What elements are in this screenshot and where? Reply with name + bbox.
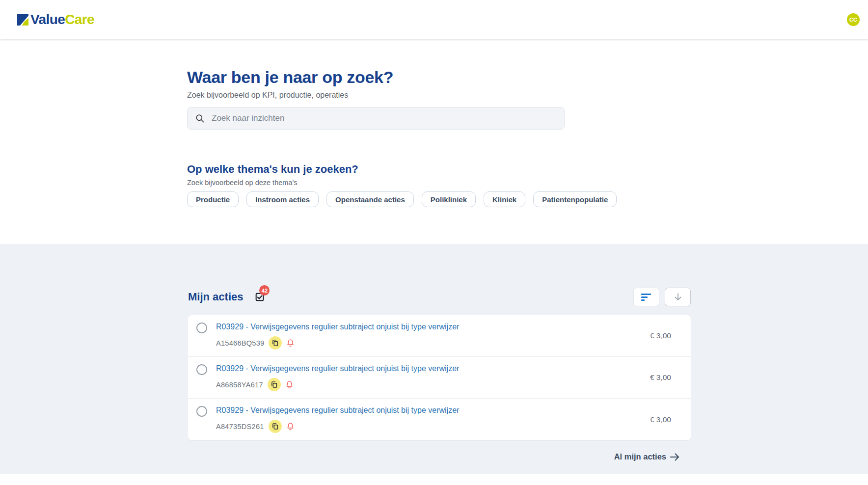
chip-kliniek[interactable]: Kliniek (484, 191, 525, 207)
action-code: A84735DS261 (216, 423, 264, 431)
action-select-circle[interactable] (196, 323, 207, 333)
chip-openstaande-acties[interactable]: Openstaande acties (326, 191, 414, 207)
logo-text: ValueCare (30, 13, 94, 27)
reminder-bell-button[interactable] (286, 422, 295, 431)
action-title-link[interactable]: R03929 - Verwijsgegevens regulier subtra… (216, 322, 650, 332)
action-amount: € 3,00 (650, 373, 671, 382)
download-button[interactable] (665, 288, 691, 306)
actions-list-card: R03929 - Verwijsgegevens regulier subtra… (188, 315, 691, 440)
copy-icon (271, 423, 279, 430)
chip-instroom-acties[interactable]: Instroom acties (246, 191, 319, 207)
all-actions-link[interactable]: Al mijn acties (188, 452, 691, 461)
action-select-circle[interactable] (196, 364, 207, 375)
my-actions-title: Mijn acties (188, 291, 243, 303)
bottom-strip (0, 474, 868, 485)
copy-button[interactable] (268, 378, 281, 391)
chip-productie[interactable]: Productie (187, 191, 239, 207)
bell-icon (286, 422, 295, 431)
arrow-right-icon (670, 453, 679, 461)
search-icon (195, 113, 205, 123)
copy-button[interactable] (269, 420, 282, 433)
sort-button[interactable] (633, 288, 659, 306)
action-row-2[interactable]: R03929 - Verwijsgegevens regulier subtra… (188, 357, 691, 399)
chip-polikliniek[interactable]: Polikliniek (422, 191, 476, 207)
action-title-link[interactable]: R03929 - Verwijsgegevens regulier subtra… (216, 364, 650, 374)
download-arrow-icon (673, 292, 683, 302)
page-subtitle: Zoek bijvoorbeeld op KPI, productie, ope… (187, 91, 565, 100)
search-section: Waar ben je naar op zoek? Zoek bijvoorbe… (0, 39, 868, 244)
action-amount: € 3,00 (650, 331, 671, 340)
chip-patientenpopulatie[interactable]: Patientenpopulatie (533, 191, 617, 207)
reminder-bell-button[interactable] (286, 339, 295, 347)
valuecare-logo[interactable]: ValueCare (17, 13, 94, 27)
action-amount: € 3,00 (650, 415, 671, 424)
top-bar: ValueCare CC (0, 0, 868, 39)
search-input[interactable] (211, 113, 557, 124)
action-row-3[interactable]: R03929 - Verwijsgegevens regulier subtra… (188, 399, 691, 440)
theme-chips: Productie Instroom acties Openstaande ac… (187, 191, 565, 207)
action-code: A15466BQ539 (216, 339, 264, 347)
my-actions-section: Mijn acties 42 (0, 244, 868, 474)
all-actions-label: Al mijn acties (614, 452, 666, 461)
themes-title: Op welke thema's kun je zoeken? (187, 163, 565, 176)
logo-text-value: Value (30, 12, 65, 27)
bell-icon (285, 380, 294, 389)
logo-mark-icon (17, 14, 28, 26)
action-code: A86858YA617 (216, 381, 263, 389)
action-title-link[interactable]: R03929 - Verwijsgegevens regulier subtra… (216, 405, 650, 415)
search-box[interactable] (187, 107, 565, 130)
user-avatar[interactable]: CC (847, 13, 860, 26)
reminder-bell-button[interactable] (285, 380, 294, 389)
themes-subtitle: Zoek bijvoorbeeld op deze thema's (187, 179, 565, 187)
action-select-circle[interactable] (196, 406, 207, 417)
bell-icon (286, 339, 295, 347)
action-row-1[interactable]: R03929 - Verwijsgegevens regulier subtra… (188, 315, 691, 357)
copy-button[interactable] (269, 336, 282, 350)
copy-icon (271, 381, 278, 388)
checkbox-check-icon: 42 (255, 292, 265, 302)
actions-count-badge: 42 (259, 285, 270, 296)
logo-text-care: Care (65, 12, 94, 27)
avatar-initials: CC (849, 17, 857, 23)
copy-icon (271, 339, 279, 347)
page-title: Waar ben je naar op zoek? (187, 67, 565, 87)
sort-lines-icon (641, 294, 652, 301)
